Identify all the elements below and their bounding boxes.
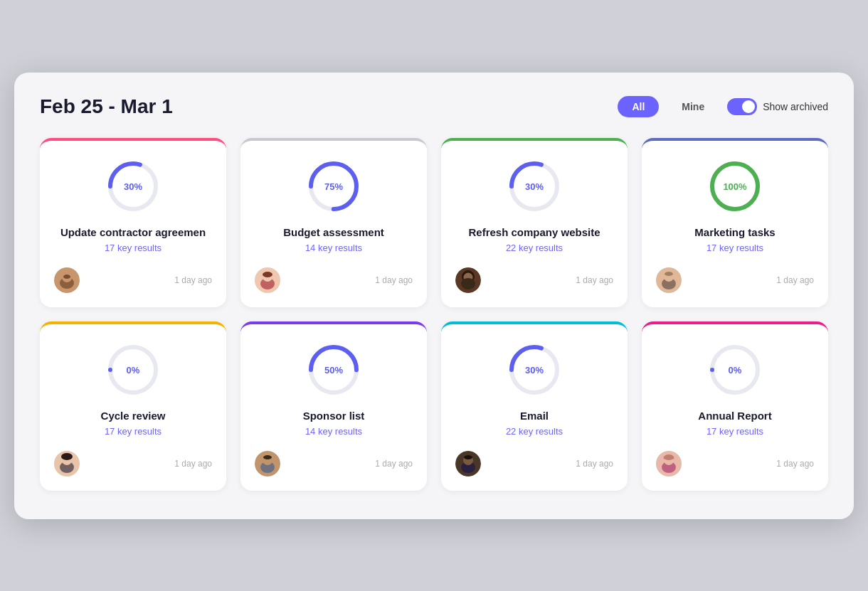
card-key-results-7: 22 key results [506, 426, 563, 437]
avatar-7 [455, 451, 481, 476]
toggle-knob [742, 100, 755, 113]
progress-label-8: 0% [729, 364, 742, 375]
show-archived-toggle-container: Show archived [727, 98, 828, 115]
svg-point-23 [665, 272, 673, 276]
card-footer-1: 1 day ago [54, 267, 212, 293]
svg-point-41 [464, 455, 472, 459]
card-6[interactable]: 50% Sponsor list 14 key results 1 day ag… [240, 321, 427, 491]
card-key-results-5: 17 key results [105, 426, 162, 437]
avatar-4 [656, 267, 682, 293]
progress-ring-7: 30% [506, 341, 563, 398]
svg-point-48 [664, 454, 674, 460]
time-ago-1: 1 day ago [174, 275, 212, 285]
card-3[interactable]: 30% Refresh company website 22 key resul… [441, 138, 628, 307]
card-title-3: Refresh company website [468, 226, 600, 238]
progress-label-5: 0% [127, 364, 140, 375]
time-ago-4: 1 day ago [776, 275, 814, 285]
time-ago-3: 1 day ago [576, 275, 613, 285]
card-key-results-8: 17 key results [706, 426, 763, 437]
progress-label-4: 100% [723, 181, 746, 191]
card-key-results-3: 22 key results [506, 243, 563, 253]
svg-point-11 [263, 272, 272, 277]
card-key-results-1: 17 key results [105, 243, 162, 253]
card-footer-4: 1 day ago [656, 267, 814, 293]
filter-mine-button[interactable]: Mine [667, 96, 719, 117]
progress-ring-1: 30% [105, 158, 162, 215]
avatar-6 [255, 451, 280, 476]
avatar-1 [54, 267, 80, 293]
time-ago-2: 1 day ago [375, 275, 413, 285]
card-key-results-4: 17 key results [706, 243, 763, 253]
app-container: Feb 25 - Mar 1 All Mine Show archived 30… [14, 73, 854, 519]
svg-point-29 [61, 453, 73, 460]
time-ago-5: 1 day ago [174, 459, 212, 469]
progress-ring-6: 50% [305, 341, 362, 398]
avatar-3 [455, 267, 481, 293]
progress-ring-3: 30% [506, 158, 563, 215]
progress-label-1: 30% [124, 181, 142, 191]
progress-ring-5: 0% [105, 341, 162, 398]
avatar-5 [54, 451, 80, 476]
card-title-5: Cycle review [101, 410, 166, 422]
card-5[interactable]: 0% Cycle review 17 key results 1 day ago [40, 321, 226, 491]
page-title: Feb 25 - Mar 1 [40, 95, 173, 118]
show-archived-label: Show archived [763, 101, 828, 112]
progress-ring-4: 100% [706, 158, 763, 215]
time-ago-6: 1 day ago [375, 459, 413, 469]
header-controls: All Mine Show archived [618, 96, 828, 117]
card-title-6: Sponsor list [303, 410, 365, 422]
progress-ring-8: 0% [706, 341, 763, 398]
card-footer-3: 1 day ago [455, 267, 613, 293]
card-footer-2: 1 day ago [255, 267, 413, 293]
card-1[interactable]: 30% Update contractor agreemen 17 key re… [40, 138, 226, 307]
card-title-2: Budget assessment [283, 226, 384, 238]
card-4[interactable]: 100% Marketing tasks 17 key results 1 da… [642, 138, 828, 307]
card-title-7: Email [520, 410, 549, 422]
card-footer-7: 1 day ago [455, 451, 613, 476]
card-key-results-6: 14 key results [305, 426, 362, 437]
svg-point-5 [63, 275, 70, 279]
avatar-2 [255, 267, 280, 293]
time-ago-7: 1 day ago [576, 459, 613, 469]
progress-label-3: 30% [525, 181, 544, 191]
header: Feb 25 - Mar 1 All Mine Show archived [40, 95, 828, 118]
card-8[interactable]: 0% Annual Report 17 key results 1 day ag… [642, 321, 828, 491]
card-footer-5: 1 day ago [54, 451, 212, 476]
show-archived-toggle[interactable] [727, 98, 757, 115]
card-footer-8: 1 day ago [656, 451, 814, 476]
card-title-8: Annual Report [698, 410, 771, 422]
card-7[interactable]: 30% Email 22 key results 1 day ago [441, 321, 628, 491]
cards-grid: 30% Update contractor agreemen 17 key re… [40, 138, 828, 491]
card-title-1: Update contractor agreemen [60, 226, 206, 238]
svg-point-17 [461, 278, 475, 289]
card-footer-6: 1 day ago [255, 451, 413, 476]
time-ago-8: 1 day ago [776, 459, 814, 469]
avatar-8 [656, 451, 682, 476]
progress-label-2: 75% [324, 181, 343, 191]
card-key-results-2: 14 key results [305, 243, 362, 253]
progress-ring-2: 75% [305, 158, 362, 215]
card-title-4: Marketing tasks [694, 226, 775, 238]
progress-label-6: 50% [324, 364, 343, 375]
svg-point-35 [263, 455, 272, 459]
progress-label-7: 30% [525, 364, 544, 375]
filter-all-button[interactable]: All [618, 96, 659, 117]
card-2[interactable]: 75% Budget assessment 14 key results 1 d… [240, 138, 427, 307]
